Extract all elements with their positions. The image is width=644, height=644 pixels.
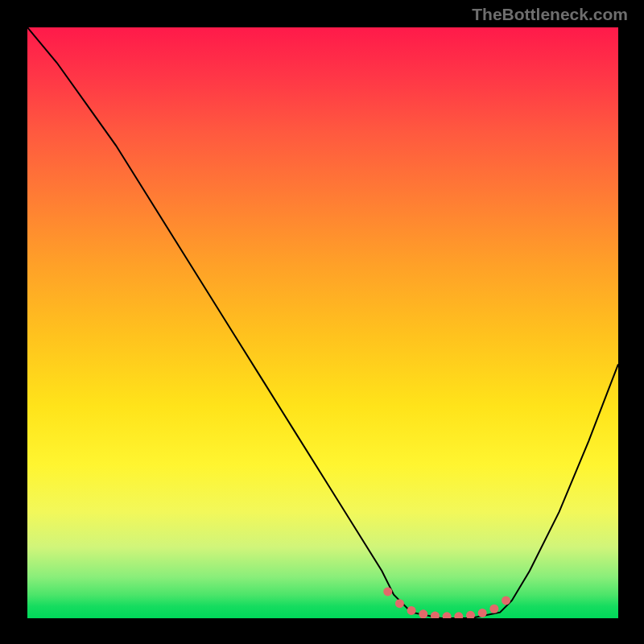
chart-container: TheBottleneck.com [0, 0, 644, 644]
highlight-dot [489, 605, 498, 613]
highlight-dot [443, 612, 452, 618]
highlight-dot [454, 612, 463, 618]
highlight-dot [395, 599, 404, 608]
highlight-dot [383, 587, 392, 596]
highlight-dot [419, 609, 427, 618]
highlight-dot [407, 606, 416, 615]
watermark-text: TheBottleneck.com [472, 5, 628, 24]
main-curve [27, 27, 618, 618]
highlight-dot [502, 596, 510, 605]
plot-area [27, 27, 618, 618]
highlight-dot [431, 612, 440, 618]
highlight-dot [466, 611, 475, 618]
curve-svg [27, 27, 618, 618]
highlight-dot [478, 609, 487, 617]
